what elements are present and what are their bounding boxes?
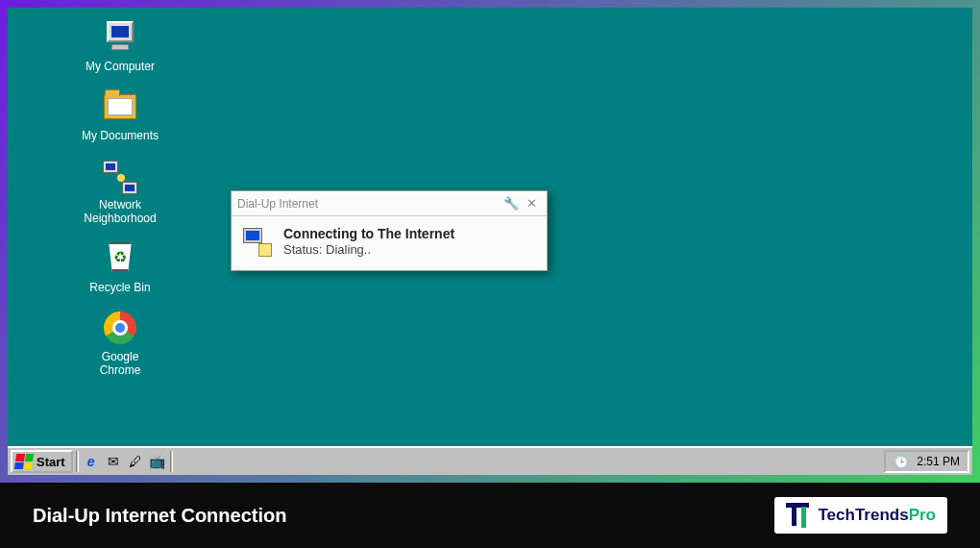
dialog-body: Connecting to The Internet Status: Diali… bbox=[232, 216, 547, 270]
quicklaunch-channels[interactable]: 📺 bbox=[148, 452, 167, 471]
network-icon bbox=[103, 160, 137, 194]
dialog-titlebar[interactable]: Dial-Up Internet 🔧 ✕ bbox=[232, 191, 547, 216]
taskbar-divider bbox=[170, 451, 173, 472]
close-icon[interactable]: ✕ bbox=[523, 196, 541, 211]
quicklaunch-show-desktop[interactable]: 🖊 bbox=[126, 452, 145, 471]
system-tray: 🕒 2:51 PM bbox=[884, 450, 969, 473]
desktop-icon-my-computer[interactable]: My Computer bbox=[58, 21, 183, 73]
computer-icon bbox=[103, 21, 137, 56]
icon-label: Recycle Bin bbox=[89, 281, 150, 294]
brand-badge: TechTrendsPro bbox=[774, 497, 948, 534]
chrome-icon bbox=[103, 311, 137, 346]
dialog-title-text: Dial-Up Internet bbox=[237, 197, 500, 211]
folder-icon bbox=[103, 90, 137, 125]
desktop[interactable]: My Computer My Documents Network Neighbo… bbox=[8, 8, 972, 475]
wrench-icon[interactable]: 🔧 bbox=[500, 196, 523, 211]
status-value: Dialing.. bbox=[326, 242, 371, 257]
desktop-icon-google-chrome[interactable]: Google Chrome bbox=[58, 311, 183, 377]
caption-text: Dial-Up Internet Connection bbox=[33, 505, 286, 527]
dialog-status: Status: Dialing.. bbox=[283, 242, 454, 257]
desktop-icons: My Computer My Documents Network Neighbo… bbox=[58, 21, 183, 394]
taskbar-divider bbox=[76, 451, 79, 472]
brand-text: TechTrendsPro bbox=[819, 506, 937, 525]
start-button[interactable]: Start bbox=[11, 450, 73, 473]
dialup-icon bbox=[243, 228, 272, 257]
desktop-icon-recycle-bin[interactable]: Recycle Bin bbox=[58, 242, 183, 294]
status-label: Status: bbox=[283, 242, 322, 257]
dial-up-dialog: Dial-Up Internet 🔧 ✕ Connecting to The I… bbox=[231, 190, 548, 271]
clock[interactable]: 2:51 PM bbox=[917, 455, 960, 468]
quick-launch: e ✉ 🖊 📺 bbox=[82, 452, 167, 471]
desktop-icon-my-documents[interactable]: My Documents bbox=[58, 90, 183, 142]
icon-label: Network Neighborhood bbox=[84, 198, 156, 225]
desktop-icon-network-neighborhood[interactable]: Network Neighborhood bbox=[58, 160, 183, 225]
recycle-bin-icon bbox=[103, 242, 137, 277]
taskbar: Start e ✉ 🖊 📺 🕒 2:51 PM bbox=[8, 446, 972, 475]
article-caption-bar: Dial-Up Internet Connection TechTrendsPr… bbox=[0, 483, 980, 548]
quicklaunch-outlook[interactable]: ✉ bbox=[104, 452, 123, 471]
icon-label: Google Chrome bbox=[100, 350, 141, 377]
tray-scheduler-icon[interactable]: 🕒 bbox=[894, 455, 909, 469]
quicklaunch-ie[interactable]: e bbox=[82, 452, 101, 471]
brand-logo-icon bbox=[786, 503, 811, 528]
icon-label: My Documents bbox=[82, 129, 159, 142]
icon-label: My Computer bbox=[86, 60, 155, 73]
dialog-heading: Connecting to The Internet bbox=[283, 226, 454, 241]
windows-logo-icon bbox=[14, 454, 34, 469]
start-label: Start bbox=[37, 455, 65, 469]
